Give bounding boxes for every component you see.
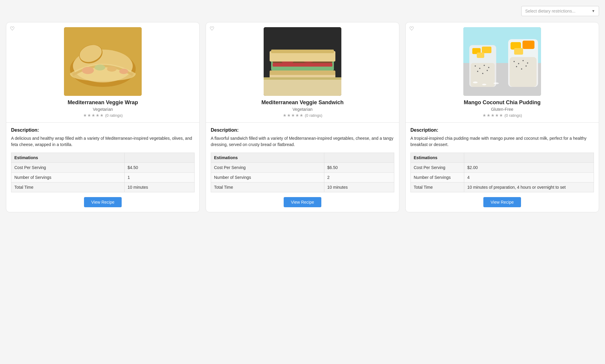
estimation-label: Cost Per Serving bbox=[211, 163, 324, 173]
estimation-label: Cost Per Serving bbox=[411, 163, 464, 173]
svg-rect-34 bbox=[482, 47, 491, 53]
card-body: Description: A delicious and healthy wra… bbox=[6, 123, 199, 212]
view-recipe-button[interactable]: View Recipe bbox=[483, 197, 521, 207]
estimation-row: Number of Servings 4 bbox=[411, 173, 594, 182]
svg-point-28 bbox=[484, 65, 485, 66]
description-label: Description: bbox=[211, 128, 394, 133]
chevron-down-icon: ▼ bbox=[592, 9, 595, 13]
estimation-label: Total Time bbox=[11, 182, 125, 192]
favorite-button[interactable]: ♡ bbox=[210, 26, 214, 31]
top-bar: Select dietary restrictions... ▼ bbox=[6, 6, 599, 16]
svg-point-32 bbox=[487, 70, 488, 71]
estimation-label: Total Time bbox=[211, 182, 324, 192]
estimation-value: $2.00 bbox=[464, 163, 594, 173]
svg-rect-35 bbox=[477, 53, 484, 58]
rating-row: ★★★★★ (0 ratings) bbox=[83, 113, 123, 118]
svg-point-48 bbox=[473, 82, 478, 83]
rating-count: (0 ratings) bbox=[505, 113, 522, 118]
svg-rect-25 bbox=[471, 63, 495, 87]
svg-rect-47 bbox=[514, 48, 523, 55]
estimation-label: Number of Servings bbox=[411, 173, 464, 182]
card-top: ♡ Mediterranean Veggie Wrap Vegetarian ★… bbox=[6, 22, 199, 123]
svg-point-30 bbox=[477, 71, 478, 72]
recipe-title: Mediterranean Veggie Wrap bbox=[68, 99, 138, 106]
svg-rect-21 bbox=[264, 77, 341, 80]
view-recipe-button[interactable]: View Recipe bbox=[84, 197, 122, 207]
dietary-placeholder: Select dietary restrictions... bbox=[525, 9, 575, 13]
recipe-title: Mediterranean Veggie Sandwich bbox=[261, 99, 343, 106]
estimation-value: 2 bbox=[324, 173, 394, 182]
svg-point-26 bbox=[475, 65, 476, 67]
card-body: Description: A tropical-inspired chia pu… bbox=[406, 123, 599, 212]
recipe-card-2: ♡ Mediterranean Veggie Sandwich Vegetari… bbox=[206, 22, 399, 212]
rating-count: (0 ratings) bbox=[105, 113, 123, 118]
estimation-row: Total Time 10 minutes bbox=[11, 182, 195, 192]
estimation-row: Number of Servings 1 bbox=[11, 173, 195, 182]
svg-rect-14 bbox=[273, 63, 332, 67]
rating-count: (0 ratings) bbox=[305, 113, 323, 118]
estimations-table: Estimations Cost Per Serving $4.50 Numbe… bbox=[11, 153, 195, 192]
estimations-table: Estimations Cost Per Serving $2.00 Numbe… bbox=[410, 153, 594, 192]
recipe-category: Gluten-Free bbox=[491, 107, 514, 112]
estimation-label: Number of Servings bbox=[211, 173, 324, 182]
description-label: Description: bbox=[11, 128, 195, 133]
svg-point-40 bbox=[522, 60, 524, 61]
recipe-card-3: ♡ bbox=[405, 22, 599, 212]
svg-point-29 bbox=[488, 67, 489, 68]
estimations-header-value bbox=[464, 153, 594, 163]
recipe-title: Mango Coconut Chia Pudding bbox=[464, 99, 541, 106]
rating-stars: ★★★★★ bbox=[482, 113, 503, 118]
estimations-header-row: Estimations bbox=[411, 153, 594, 163]
estimation-value: 4 bbox=[464, 173, 594, 182]
favorite-button[interactable]: ♡ bbox=[10, 26, 15, 31]
estimation-row: Cost Per Serving $4.50 bbox=[11, 163, 195, 173]
svg-rect-46 bbox=[522, 41, 534, 49]
rating-row: ★★★★★ (0 ratings) bbox=[283, 113, 323, 118]
estimation-value: 10 minutes bbox=[124, 182, 194, 192]
estimation-row: Total Time 10 minutes of preparation, 4 … bbox=[411, 182, 594, 192]
favorite-button[interactable]: ♡ bbox=[409, 26, 414, 31]
estimation-row: Cost Per Serving $6.50 bbox=[211, 163, 394, 173]
rating-stars: ★★★★★ bbox=[283, 113, 304, 118]
recipe-category: Vegetarian bbox=[93, 107, 113, 112]
description-text: A tropical-inspired chia pudding made wi… bbox=[410, 135, 594, 148]
estimation-value: $6.50 bbox=[324, 163, 394, 173]
description-label: Description: bbox=[410, 128, 594, 133]
recipe-card-1: ♡ Mediterranean Veggie Wrap Vegetarian ★… bbox=[6, 22, 200, 212]
svg-point-50 bbox=[494, 82, 499, 84]
recipe-cards-grid: ♡ Mediterranean Veggie Wrap Vegetarian ★… bbox=[6, 22, 599, 212]
svg-point-39 bbox=[518, 63, 519, 64]
estimations-header: Estimations bbox=[11, 153, 125, 163]
food-image bbox=[264, 27, 341, 96]
estimation-value: 10 minutes of preparation, 4 hours or ov… bbox=[464, 182, 594, 192]
estimation-label: Cost Per Serving bbox=[11, 163, 125, 173]
svg-point-27 bbox=[479, 68, 480, 69]
svg-point-41 bbox=[527, 62, 528, 64]
food-image bbox=[463, 27, 541, 96]
svg-rect-19 bbox=[271, 50, 334, 53]
svg-point-38 bbox=[514, 61, 515, 62]
card-body: Description: A flavorful sandwich filled… bbox=[206, 123, 399, 212]
card-top: ♡ Mediterranean Veggie Sandwich Vegetari… bbox=[206, 22, 399, 123]
dietary-restrictions-dropdown[interactable]: Select dietary restrictions... ▼ bbox=[521, 6, 599, 16]
estimations-table: Estimations Cost Per Serving $6.50 Numbe… bbox=[211, 153, 394, 192]
svg-rect-12 bbox=[270, 70, 335, 75]
food-image bbox=[64, 27, 142, 96]
estimations-header-value bbox=[324, 153, 394, 163]
estimation-value: 1 bbox=[124, 173, 194, 182]
description-text: A flavorful sandwich filled with a varie… bbox=[211, 135, 394, 148]
estimation-value: $4.50 bbox=[124, 163, 194, 173]
rating-row: ★★★★★ (0 ratings) bbox=[482, 113, 522, 118]
estimation-label: Total Time bbox=[411, 182, 464, 192]
view-recipe-button[interactable]: View Recipe bbox=[284, 197, 321, 207]
estimation-label: Number of Servings bbox=[11, 173, 125, 182]
estimation-value: 10 minutes bbox=[324, 182, 394, 192]
estimations-header-row: Estimations bbox=[11, 153, 195, 163]
svg-point-42 bbox=[516, 66, 517, 67]
svg-point-43 bbox=[521, 68, 522, 70]
svg-point-44 bbox=[525, 65, 527, 67]
estimations-header: Estimations bbox=[411, 153, 464, 163]
estimations-header-row: Estimations bbox=[211, 153, 394, 163]
estimations-header: Estimations bbox=[211, 153, 324, 163]
estimation-row: Cost Per Serving $2.00 bbox=[411, 163, 594, 173]
